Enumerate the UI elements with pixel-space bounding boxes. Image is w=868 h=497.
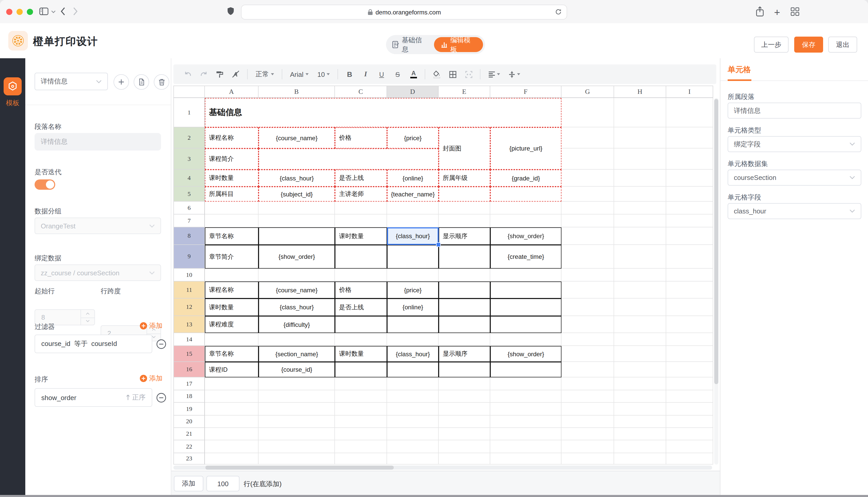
cell-A22[interactable] — [205, 440, 259, 453]
horizontal-scrollbar[interactable] — [174, 466, 712, 470]
cell-E18[interactable] — [439, 390, 490, 403]
col-header-D[interactable]: D — [387, 86, 439, 98]
cell-B18[interactable] — [259, 390, 335, 403]
cell-H10[interactable] — [614, 269, 666, 282]
cell-C21[interactable] — [335, 428, 387, 440]
cell-A4[interactable]: 课时数量 — [205, 170, 259, 187]
cell-field-select[interactable]: class_hour — [728, 203, 861, 219]
font-size-select[interactable]: 10 — [315, 70, 333, 78]
cell-A1[interactable]: 基础信息 — [205, 98, 562, 127]
cell-G6[interactable] — [562, 202, 614, 214]
cell-F21[interactable] — [490, 428, 562, 440]
cell-H18[interactable] — [614, 390, 666, 403]
cell-G12[interactable] — [562, 299, 614, 316]
copy-section-button[interactable] — [134, 74, 149, 90]
cell-B21[interactable] — [259, 428, 335, 440]
row-header-20[interactable]: 20 — [174, 415, 205, 428]
cell-G21[interactable] — [562, 428, 614, 440]
cell-I17[interactable] — [666, 378, 713, 390]
cell-I19[interactable] — [666, 403, 713, 415]
cell-A19[interactable] — [205, 403, 259, 415]
cell-I1[interactable] — [666, 98, 713, 127]
row-header-2[interactable]: 2 — [174, 127, 205, 148]
cell-F5[interactable] — [490, 187, 562, 202]
cell-G20[interactable] — [562, 415, 614, 428]
cell-E17[interactable] — [439, 378, 490, 390]
cell-A12[interactable]: 课时数量 — [205, 299, 259, 316]
cell-C23[interactable] — [335, 453, 387, 465]
cell-I4[interactable] — [666, 170, 713, 187]
cell-E6[interactable] — [439, 202, 490, 214]
cell-C5[interactable]: 主讲老师 — [335, 187, 387, 202]
cell-H11[interactable] — [614, 282, 666, 299]
cell-C4[interactable]: 是否上线 — [335, 170, 387, 187]
cell-B7[interactable] — [259, 214, 335, 227]
strikethrough-button[interactable]: S — [391, 68, 404, 81]
cell-A5[interactable]: 所属科目 — [205, 187, 259, 202]
cell-D14[interactable] — [387, 333, 439, 346]
cell-G18[interactable] — [562, 390, 614, 403]
sidebar-toggle-icon[interactable] — [39, 7, 49, 15]
fill-color-button[interactable] — [431, 68, 443, 81]
cell-E7[interactable] — [439, 214, 490, 227]
col-header-F[interactable]: F — [490, 86, 562, 98]
cell-I14[interactable] — [666, 333, 713, 346]
cell-D8[interactable]: {class_hour} — [387, 227, 439, 245]
cell-H13[interactable] — [614, 316, 666, 333]
cell-D18[interactable] — [387, 390, 439, 403]
cell-I16[interactable] — [666, 362, 713, 378]
cell-D15[interactable]: {class_hour} — [387, 346, 439, 362]
filter-item[interactable]: course_id 等于 courseId — [35, 335, 152, 353]
step-up-icon[interactable] — [81, 310, 94, 318]
cell-G9[interactable] — [562, 245, 614, 269]
cell-I10[interactable] — [666, 269, 713, 282]
remove-filter-button[interactable] — [156, 339, 166, 349]
cell-A3[interactable]: 课程简介 — [205, 148, 259, 170]
cell-A17[interactable] — [205, 378, 259, 390]
cell-G1[interactable] — [562, 98, 614, 127]
cell-G22[interactable] — [562, 440, 614, 453]
row-header-16[interactable]: 16 — [174, 362, 205, 378]
col-header-A[interactable]: A — [205, 86, 259, 98]
cell-F16[interactable] — [490, 362, 562, 378]
cell-D5[interactable]: {teacher_name} — [387, 187, 439, 202]
cell-C10[interactable] — [335, 269, 387, 282]
cell-F2[interactable]: {picture_url} — [490, 127, 562, 170]
cell-H12[interactable] — [614, 299, 666, 316]
cell-A9[interactable]: 章节简介 — [205, 245, 259, 269]
cell-G5[interactable] — [562, 187, 614, 202]
add-rows-button[interactable]: 添加 — [174, 476, 203, 491]
cell-C8[interactable]: 课时数量 — [335, 227, 387, 245]
cell-B11[interactable]: {course_name} — [259, 282, 335, 299]
cell-B16[interactable]: {course_id} — [259, 362, 335, 378]
row-header-10[interactable]: 10 — [174, 269, 205, 282]
cell-G14[interactable] — [562, 333, 614, 346]
cell-A14[interactable] — [205, 333, 259, 346]
row-header-12[interactable]: 12 — [174, 299, 205, 316]
cell-H9[interactable] — [614, 245, 666, 269]
cell-B22[interactable] — [259, 440, 335, 453]
borders-button[interactable] — [447, 68, 459, 81]
cell-G4[interactable] — [562, 170, 614, 187]
font-family-select[interactable]: Arial — [287, 70, 311, 78]
row-header-19[interactable]: 19 — [174, 403, 205, 415]
cell-D19[interactable] — [387, 403, 439, 415]
shield-icon[interactable] — [227, 7, 234, 16]
cell-D7[interactable] — [387, 214, 439, 227]
chevron-down-icon[interactable] — [51, 10, 56, 13]
cell-I7[interactable] — [666, 214, 713, 227]
cell-B12[interactable]: {class_hour} — [259, 299, 335, 316]
cell-F15[interactable]: {show_order} — [490, 346, 562, 362]
exit-button[interactable]: 退出 — [828, 37, 857, 53]
cell-I2[interactable] — [666, 127, 713, 148]
sort-item[interactable]: show_order 正序 — [35, 388, 152, 407]
cell-G13[interactable] — [562, 316, 614, 333]
rail-item-label[interactable]: 模板 — [0, 98, 25, 108]
bind-data-select[interactable]: zz_course / courseSection — [35, 265, 161, 281]
cell-A15[interactable]: 章节名称 — [205, 346, 259, 362]
cell-E8[interactable]: 显示顺序 — [439, 227, 490, 245]
cell-F19[interactable] — [490, 403, 562, 415]
cell-C19[interactable] — [335, 403, 387, 415]
cell-A7[interactable] — [205, 214, 259, 227]
tab-overview-icon[interactable] — [790, 7, 799, 16]
